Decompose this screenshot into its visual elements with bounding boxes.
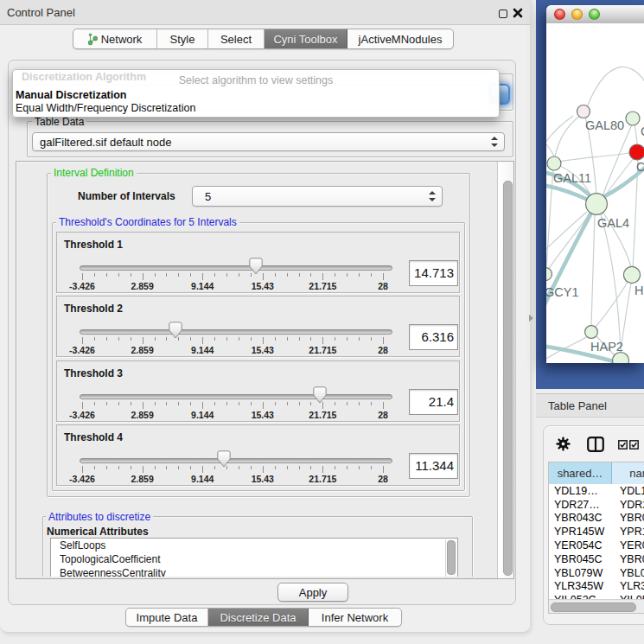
minimize-traffic-light[interactable] xyxy=(571,9,583,20)
column-header-shared-name[interactable]: shared… xyxy=(549,462,612,484)
table-panel-container: shared… name YDL19…YDL19…YDR27…YDR27…YBR… xyxy=(543,425,644,625)
table-row[interactable]: YDL19…YDL19… xyxy=(549,484,644,498)
table-row[interactable]: YPR145WYPR145W xyxy=(549,525,644,539)
network-node-hap2[interactable] xyxy=(585,326,598,339)
threshold-value-field[interactable]: 14.713 xyxy=(409,260,458,286)
table-row[interactable]: YER054CYER054C xyxy=(549,539,644,552)
network-node-gal11[interactable] xyxy=(547,156,561,170)
slider-tick xyxy=(178,402,179,405)
column-header-name[interactable]: name xyxy=(612,462,644,484)
cell-shared-name[interactable]: YBR043C xyxy=(549,512,612,526)
tab-cyni-toolbox[interactable]: Cyni Toolbox xyxy=(265,29,348,48)
tab-impute-data[interactable]: Impute Data xyxy=(126,609,208,626)
tab-infer-network[interactable]: Infer Network xyxy=(309,609,401,626)
tab-jactivemnodules[interactable]: jActiveMNodules xyxy=(348,29,453,48)
cell-shared-name[interactable]: YPR145W xyxy=(549,525,612,539)
table-row[interactable]: YBL079WYBL079W xyxy=(549,566,644,580)
tab-discretize-data[interactable]: Discretize Data xyxy=(208,609,309,626)
network-node-label: G… xyxy=(641,124,644,138)
cell-name[interactable]: YLR345W xyxy=(612,579,644,593)
network-window-titlebar xyxy=(546,5,644,24)
network-node-h[interactable] xyxy=(623,266,640,283)
slider-track[interactable] xyxy=(80,394,392,399)
number-of-intervals-combobox[interactable]: 5 xyxy=(192,186,443,207)
vertical-scrollbar[interactable] xyxy=(497,162,513,578)
slider-tick xyxy=(94,337,95,341)
table-data-combobox[interactable]: galFiltered.sif default node xyxy=(32,132,505,151)
network-node-g[interactable] xyxy=(626,112,640,125)
table-row[interactable]: YBR045CYBR045C xyxy=(549,552,644,566)
number-of-intervals-value: 5 xyxy=(193,190,211,203)
network-node-c[interactable] xyxy=(629,144,644,160)
slider-track[interactable] xyxy=(80,458,392,463)
split-pane-collapse-icon[interactable] xyxy=(529,315,533,322)
network-node[interactable] xyxy=(613,353,629,364)
table-row[interactable]: YDR27…YDR27… xyxy=(549,498,644,512)
network-node-gal4[interactable] xyxy=(586,194,608,215)
slider-thumb[interactable] xyxy=(313,386,327,404)
slider-thumb[interactable] xyxy=(249,258,263,275)
slider-thumb[interactable] xyxy=(169,322,182,339)
cell-shared-name[interactable]: YBL079W xyxy=(549,566,612,580)
tab-network[interactable]: Network xyxy=(73,29,157,48)
slider-tick-label: 21.715 xyxy=(309,345,336,355)
numerical-attributes-list[interactable]: SelfLoopsTopologicalCoefficientBetweenne… xyxy=(50,538,458,577)
cell-name[interactable]: YPR145W xyxy=(612,525,644,539)
cell-shared-name[interactable]: YLR345W xyxy=(549,579,612,593)
network-edge xyxy=(603,124,632,196)
cell-shared-name[interactable]: YBR045C xyxy=(549,552,612,566)
cell-shared-name[interactable]: YDL19… xyxy=(549,484,612,498)
vertical-scrollbar-thumb[interactable] xyxy=(503,181,513,576)
cell-name[interactable]: YDL19… xyxy=(612,484,644,498)
float-window-icon[interactable] xyxy=(499,10,507,18)
apply-button[interactable]: Apply xyxy=(277,583,348,602)
table-hscrollbar-thumb[interactable] xyxy=(551,603,636,612)
cell-shared-name[interactable]: YDR27… xyxy=(549,498,612,512)
popup-item-manual-discretization[interactable]: Manual Discretization xyxy=(16,89,127,101)
network-node-gcy1[interactable] xyxy=(546,268,552,281)
table-row[interactable]: YLR345WYLR345W xyxy=(549,579,644,593)
slider-tick xyxy=(155,273,156,277)
slider-tick xyxy=(299,337,300,341)
slider-tick-label: 21.715 xyxy=(309,410,336,420)
zoom-traffic-light[interactable] xyxy=(589,9,600,20)
list-scrollbar-thumb[interactable] xyxy=(447,540,456,575)
threshold-panel-4: Threshold 4-3.4262.8599.14415.4321.71528… xyxy=(56,424,460,486)
algorithm-prompt-item[interactable]: Select algorithm to view settings xyxy=(13,74,499,86)
slider-track[interactable] xyxy=(80,265,392,271)
cell-name[interactable]: YER054C xyxy=(612,539,644,552)
slider-tick xyxy=(239,402,239,405)
table-row[interactable]: YBR043CYBR043C xyxy=(549,512,644,526)
list-scrollbar[interactable] xyxy=(445,539,456,577)
table-data-combobox-value: galFiltered.sif default node xyxy=(33,136,171,149)
cell-shared-name[interactable]: YER054C xyxy=(549,539,612,552)
attribute-item-selfloops[interactable]: SelfLoops xyxy=(60,539,105,552)
cell-name[interactable]: YDR27… xyxy=(612,498,644,512)
network-canvas[interactable]: GAL80G…C…GAL11GAL4GCY1H…HAP2 xyxy=(546,23,644,363)
tab-label: Cyni Toolbox xyxy=(273,33,337,46)
gear-icon[interactable] xyxy=(556,437,571,451)
cell-name[interactable]: YBR045C xyxy=(612,552,644,566)
tab-select[interactable]: Select xyxy=(208,29,265,48)
cell-name[interactable]: YBL079W xyxy=(612,566,644,580)
slider-tick xyxy=(347,273,348,277)
tab-style[interactable]: Style xyxy=(157,29,208,48)
threshold-value-field[interactable]: 21.4 xyxy=(409,389,458,415)
popup-item-equal-width-frequency-discretization[interactable]: Equal Width/Frequency Discretization xyxy=(16,102,195,114)
tab-label: Infer Network xyxy=(322,611,388,624)
close-traffic-light[interactable] xyxy=(554,9,565,20)
close-icon[interactable] xyxy=(513,8,523,18)
slider-track[interactable] xyxy=(80,329,392,335)
threshold-value-field[interactable]: 6.316 xyxy=(409,324,458,350)
checkbox-checked-icon[interactable] xyxy=(629,440,639,450)
attribute-item-betweennesscentrality[interactable]: BetweennessCentrality xyxy=(60,567,166,577)
network-node-gal80[interactable] xyxy=(577,105,590,118)
network-node-label: GAL11 xyxy=(553,171,591,185)
cell-name[interactable]: YBR043C xyxy=(612,512,644,526)
threshold-value-field[interactable]: 11.344 xyxy=(409,453,458,479)
checkbox-checked-icon[interactable] xyxy=(618,440,628,450)
table-horizontal-scrollbar[interactable] xyxy=(549,599,644,614)
slider-thumb[interactable] xyxy=(217,450,231,468)
attribute-item-topologicalcoefficient[interactable]: TopologicalCoefficient xyxy=(60,553,161,565)
columns-icon[interactable] xyxy=(587,437,604,452)
